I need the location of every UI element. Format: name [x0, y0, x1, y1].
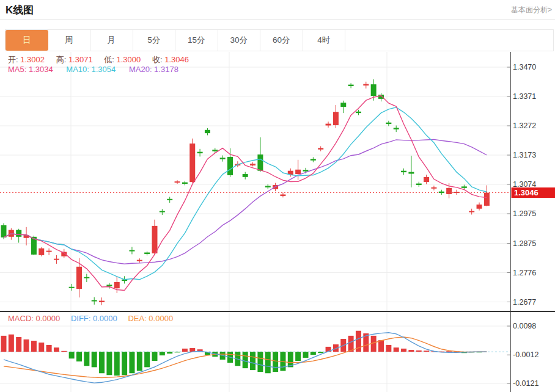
- svg-text:1.3371: 1.3371: [513, 92, 536, 101]
- svg-text:1.3046: 1.3046: [514, 188, 538, 197]
- ma-legend: MA5: 1.3034 MA10: 1.3054 MA20: 1.3178: [8, 65, 178, 74]
- svg-text:-0.0012: -0.0012: [513, 350, 538, 359]
- svg-text:1.3470: 1.3470: [513, 63, 536, 71]
- svg-text:1.2875: 1.2875: [513, 239, 536, 248]
- svg-text:1.3173: 1.3173: [513, 151, 536, 159]
- macd-value: MACD: 0.0000: [8, 314, 60, 323]
- open-label: 开:: [8, 55, 18, 64]
- page-title: K线图: [6, 3, 34, 17]
- high-value: 1.3071: [68, 55, 93, 64]
- interval-tabbar: 日 周 月 5分 15分 30分 60分 4时: [5, 29, 554, 51]
- diff-value: DIFF: 0.0000: [71, 314, 117, 323]
- tabbar-filler: [345, 30, 553, 51]
- svg-text:-0.0121: -0.0121: [513, 379, 538, 388]
- low-label: 低:: [104, 55, 114, 64]
- macd-chart: 0.0098-0.0012-0.0121: [0, 312, 555, 392]
- open-value: 1.3002: [20, 55, 45, 64]
- high-label: 高:: [56, 55, 67, 64]
- close-label: 收:: [152, 55, 163, 64]
- tab-week[interactable]: 周: [48, 30, 91, 51]
- tab-5min[interactable]: 5分: [133, 30, 176, 51]
- tab-4hour[interactable]: 4时: [303, 30, 346, 51]
- tab-month[interactable]: 月: [90, 30, 133, 51]
- dea-value: DEA: 0.0000: [128, 314, 173, 323]
- title-divider: [0, 19, 555, 20]
- svg-text:1.2776: 1.2776: [513, 269, 536, 277]
- svg-text:1.2677: 1.2677: [513, 298, 536, 307]
- svg-text:0.0098: 0.0098: [513, 322, 536, 330]
- close-value: 1.3046: [164, 55, 189, 64]
- svg-text:1.3272: 1.3272: [513, 122, 536, 130]
- tab-15min[interactable]: 15分: [175, 30, 218, 51]
- ma20-legend: MA20: 1.3178: [129, 65, 178, 74]
- tab-day[interactable]: 日: [6, 30, 48, 51]
- ma5-legend: MA5: 1.3034: [8, 65, 53, 74]
- macd-legend: MACD: 0.0000 DIFF: 0.0000 DEA: 0.0000: [8, 314, 173, 323]
- tab-30min[interactable]: 30分: [218, 30, 261, 51]
- ma10-legend: MA10: 1.3054: [66, 65, 116, 74]
- ohlc-legend: 开: 1.3002 高: 1.3071 低: 1.3000 收: 1.3046: [8, 54, 198, 65]
- tab-60min[interactable]: 60分: [260, 30, 303, 51]
- svg-text:1.2975: 1.2975: [513, 209, 536, 218]
- low-value: 1.3000: [117, 55, 141, 64]
- price-chart: 1.34701.33711.32721.31731.30741.29751.28…: [0, 52, 555, 312]
- fundamental-analysis-link[interactable]: 基本面分析>: [511, 5, 552, 15]
